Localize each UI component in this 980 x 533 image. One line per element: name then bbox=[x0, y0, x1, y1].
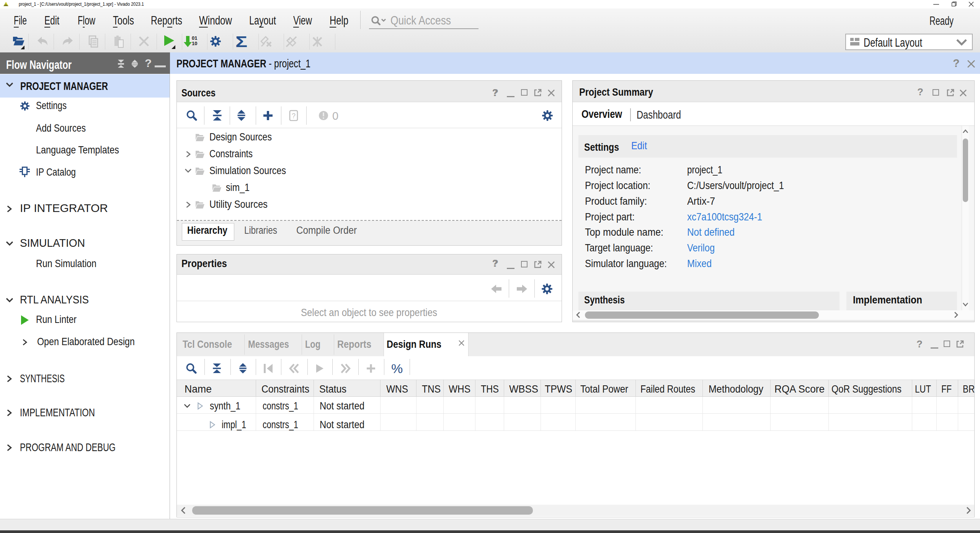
svg-text:10: 10 bbox=[192, 41, 197, 46]
svg-text:?: ? bbox=[292, 112, 296, 120]
svg-text:01: 01 bbox=[192, 35, 197, 41]
